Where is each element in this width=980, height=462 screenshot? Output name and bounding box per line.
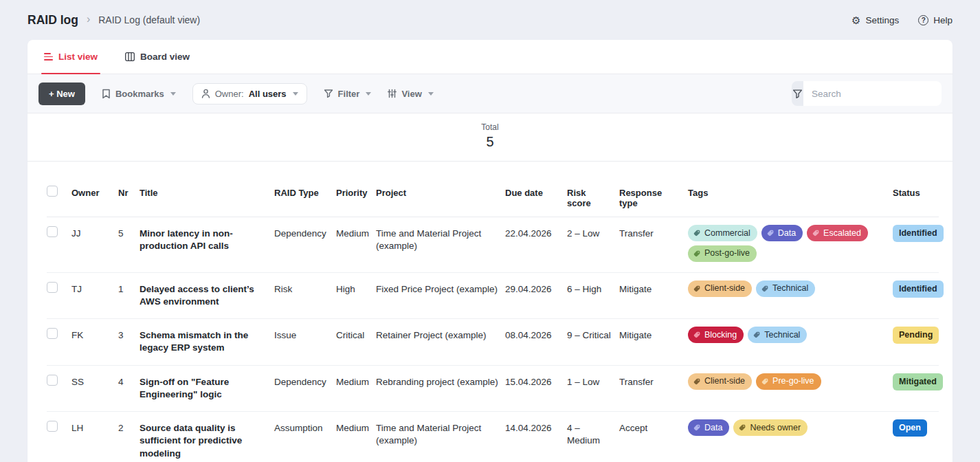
tag-pre-go-live[interactable]: Pre-go-live (756, 373, 821, 390)
project-cell: Time and Material Project (example) (376, 412, 505, 457)
view-options-dropdown[interactable]: View (388, 89, 433, 99)
owner-cell: JJ (71, 217, 118, 250)
tab-list-view[interactable]: List view (44, 40, 98, 74)
title-cell[interactable]: Minor latency in non-production API call… (140, 217, 274, 263)
status-cell: Identified (893, 217, 939, 252)
project-cell: Rebranding project (example) (376, 366, 505, 399)
due-date-cell: 08.04.2026 (505, 319, 567, 352)
tag-escalated[interactable]: Escalated (807, 225, 868, 241)
tag-client-side[interactable]: Client-side (688, 280, 752, 297)
priority-cell: Medium (336, 217, 376, 250)
priority-cell: Medium (336, 412, 376, 445)
total-count: 5 (27, 134, 953, 150)
tag-icon (693, 250, 701, 258)
tab-board-view-label: Board view (140, 52, 190, 62)
column-header-response-type[interactable]: Response type (619, 182, 688, 217)
column-header-project[interactable]: Project (376, 182, 505, 206)
new-button[interactable]: + New (38, 82, 85, 105)
tag-icon (761, 377, 769, 386)
tab-board-view[interactable]: Board view (125, 40, 190, 74)
sliders-icon (388, 89, 397, 98)
column-header-priority[interactable]: Priority (336, 182, 376, 206)
response-type-cell: Transfer (619, 366, 688, 399)
help-button[interactable]: ? Help (918, 15, 953, 25)
status-badge[interactable]: Mitigated (893, 373, 943, 390)
table-row[interactable]: TJ 1 Delayed access to client’s AWS envi… (47, 273, 939, 319)
title-cell[interactable]: Delayed access to client’s AWS environme… (140, 273, 274, 318)
toolbar: + New Bookmarks Owner: All users (27, 74, 953, 113)
tag-icon (753, 331, 761, 339)
title-cell[interactable]: Source data quality is sufficient for pr… (140, 412, 274, 462)
view-label: View (401, 89, 421, 99)
due-date-cell: 22.04.2026 (505, 217, 567, 250)
column-header-due-date[interactable]: Due date (505, 182, 567, 206)
tag-post-go-live[interactable]: Post-go-live (688, 245, 757, 262)
owner-label: Owner: (215, 89, 244, 99)
gear-icon: ⚙ (851, 15, 860, 25)
response-type-cell: Transfer (619, 217, 688, 250)
status-badge[interactable]: Identified (893, 225, 944, 242)
column-header-tags[interactable]: Tags (688, 182, 893, 206)
status-cell: Open (893, 412, 939, 447)
row-checkbox[interactable] (47, 282, 58, 293)
total-label: Total (27, 122, 953, 132)
column-header-status[interactable]: Status (893, 182, 939, 206)
project-cell: Retainer Project (example) (376, 319, 505, 352)
status-badge[interactable]: Identified (893, 280, 944, 298)
board-view-icon (125, 52, 135, 61)
status-badge[interactable]: Pending (893, 327, 939, 344)
risk-score-cell: 4 – Medium (567, 412, 619, 457)
risk-score-cell: 2 – Low (567, 217, 619, 250)
tag-client-side[interactable]: Client-side (688, 373, 752, 390)
settings-button[interactable]: ⚙ Settings (851, 15, 899, 25)
tag-data[interactable]: Data (761, 225, 803, 241)
project-cell: Time and Material Project (example) (376, 217, 505, 263)
raid-type-cell: Assumption (274, 412, 336, 445)
row-checkbox[interactable] (47, 328, 58, 339)
tag-icon (693, 377, 701, 386)
tag-icon (766, 229, 775, 237)
search-filter-button[interactable] (792, 81, 803, 106)
search-input[interactable] (803, 81, 942, 106)
column-header-raid-type[interactable]: RAID Type (274, 182, 336, 206)
tag-needs-owner[interactable]: Needs owner (733, 419, 808, 436)
title-cell[interactable]: Sign-off on "Feature Engineering" logic (140, 366, 274, 411)
row-checkbox[interactable] (47, 421, 58, 432)
column-header-title[interactable]: Title (140, 182, 274, 206)
main-card: List view Board view + New Bookmarks (27, 40, 953, 462)
column-header-risk-score[interactable]: Risk score (567, 182, 619, 217)
bookmark-icon (102, 89, 111, 99)
tag-data[interactable]: Data (688, 419, 729, 436)
column-header-nr[interactable]: Nr (118, 182, 140, 206)
status-badge[interactable]: Open (893, 419, 927, 437)
breadcrumb-current-view[interactable]: RAID Log (default view) (98, 14, 200, 25)
nr-cell: 2 (118, 412, 140, 445)
owner-filter-dropdown[interactable]: Owner: All users (192, 83, 307, 104)
bookmarks-dropdown[interactable]: Bookmarks (102, 89, 176, 99)
table-row[interactable]: FK 3 Schema mismatch in the legacy ERP s… (47, 319, 939, 365)
column-header-owner[interactable]: Owner (71, 182, 118, 206)
title-cell[interactable]: Schema mismatch in the legacy ERP system (140, 319, 274, 364)
select-all-checkbox[interactable] (47, 186, 58, 197)
tag-blocking[interactable]: Blocking (688, 327, 744, 343)
tag-technical[interactable]: Technical (756, 280, 815, 297)
row-checkbox[interactable] (47, 375, 58, 386)
funnel-icon (792, 89, 803, 99)
filter-dropdown[interactable]: Filter (324, 89, 372, 99)
chevron-down-icon (428, 92, 434, 96)
filter-label: Filter (338, 89, 360, 99)
summary-bar: Total 5 (27, 113, 953, 162)
table-row[interactable]: LH 2 Source data quality is sufficient f… (47, 412, 939, 462)
table-row[interactable]: JJ 5 Minor latency in non-production API… (47, 217, 939, 273)
tag-icon (812, 229, 820, 237)
table-body: JJ 5 Minor latency in non-production API… (47, 217, 939, 462)
due-date-cell: 14.04.2026 (505, 412, 567, 445)
nr-cell: 4 (118, 366, 140, 399)
raid-type-cell: Issue (274, 319, 336, 352)
tag-technical[interactable]: Technical (748, 327, 807, 343)
tag-commercial[interactable]: Commercial (688, 225, 757, 241)
row-checkbox[interactable] (47, 226, 58, 237)
status-cell: Identified (893, 273, 939, 308)
table-row[interactable]: SS 4 Sign-off on "Feature Engineering" l… (47, 366, 939, 412)
project-cell: Fixed Price Project (example) (376, 273, 505, 306)
